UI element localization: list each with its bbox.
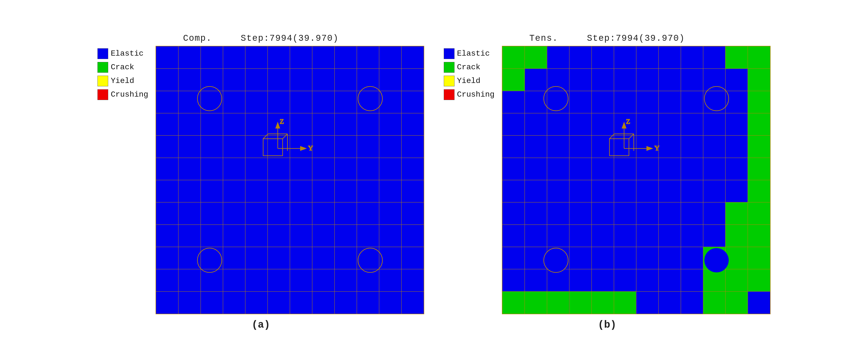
svg-marker-30 bbox=[300, 146, 307, 151]
svg-point-25 bbox=[358, 248, 382, 272]
legend-box-elastic-b bbox=[444, 48, 455, 59]
panel-a-label: (a) bbox=[252, 319, 270, 331]
svg-rect-48 bbox=[725, 202, 748, 225]
legend-box-elastic-a bbox=[97, 48, 108, 59]
svg-rect-45 bbox=[748, 158, 770, 180]
svg-rect-51 bbox=[524, 291, 569, 314]
grid-b: Z Y bbox=[502, 46, 771, 314]
legend-label-crack-b: Crack bbox=[457, 63, 480, 72]
legend-item-elastic-a: Elastic bbox=[97, 48, 148, 59]
svg-line-34 bbox=[283, 134, 287, 139]
legend-item-yield-a: Yield bbox=[97, 76, 148, 86]
legend-item-crushing-b: Crushing bbox=[444, 89, 495, 100]
legend-item-elastic-b: Elastic bbox=[444, 48, 495, 59]
legend-item-crack-a: Crack bbox=[97, 62, 148, 73]
legend-label-crushing-b: Crushing bbox=[457, 90, 495, 99]
svg-point-24 bbox=[197, 248, 222, 272]
legend-box-crushing-b bbox=[444, 89, 455, 100]
legend-label-elastic-a: Elastic bbox=[111, 49, 143, 58]
legend-label-yield-a: Yield bbox=[111, 76, 134, 86]
svg-rect-55 bbox=[703, 269, 725, 291]
svg-rect-52 bbox=[569, 291, 592, 314]
svg-rect-47 bbox=[748, 180, 770, 291]
main-container: Comp. Step:7994(39.970) Elastic Crack Yi… bbox=[0, 24, 868, 340]
svg-point-23 bbox=[358, 86, 382, 111]
legend-box-crushing-a bbox=[97, 89, 108, 100]
svg-text:Z: Z bbox=[626, 117, 630, 125]
svg-text:Z: Z bbox=[280, 117, 284, 125]
svg-rect-50 bbox=[502, 291, 525, 314]
legend-a: Elastic Crack Yield Crushing bbox=[97, 48, 148, 314]
legend-item-yield-b: Yield bbox=[444, 76, 495, 86]
legend-label-crushing-a: Crushing bbox=[111, 90, 148, 99]
svg-rect-32 bbox=[263, 139, 283, 156]
grid-svg-a: Z Y bbox=[156, 46, 424, 314]
svg-point-82 bbox=[704, 248, 729, 272]
legend-box-yield-b bbox=[444, 76, 455, 86]
svg-point-22 bbox=[197, 86, 222, 111]
svg-rect-46 bbox=[725, 46, 748, 69]
svg-rect-49 bbox=[725, 225, 748, 291]
legend-box-yield-a bbox=[97, 76, 108, 86]
svg-marker-27 bbox=[275, 122, 280, 128]
legend-item-crack-b: Crack bbox=[444, 62, 495, 73]
diagram-area-a: Elastic Crack Yield Crushing bbox=[97, 46, 424, 314]
legend-b: Elastic Crack Yield Crushing bbox=[444, 48, 495, 314]
legend-box-crack-a bbox=[97, 62, 108, 73]
svg-line-33 bbox=[263, 134, 268, 139]
legend-label-crack-a: Crack bbox=[111, 63, 134, 72]
svg-rect-43 bbox=[748, 113, 770, 136]
grid-a: Z Y bbox=[156, 46, 424, 314]
legend-label-elastic-b: Elastic bbox=[457, 49, 490, 58]
legend-box-crack-b bbox=[444, 62, 455, 73]
legend-label-yield-b: Yield bbox=[457, 76, 480, 86]
panel-b: Tens. Step:7994(39.970) Elastic Crack Yi… bbox=[444, 33, 771, 331]
legend-item-crushing-a: Crushing bbox=[97, 89, 148, 100]
svg-rect-44 bbox=[748, 135, 770, 158]
diagram-area-b: Elastic Crack Yield Crushing bbox=[444, 46, 771, 314]
grid-svg-b: Z Y bbox=[502, 46, 770, 314]
svg-text:Y: Y bbox=[308, 144, 313, 152]
svg-rect-42 bbox=[748, 91, 770, 113]
svg-text:Y: Y bbox=[654, 144, 659, 152]
panel-a-title: Comp. Step:7994(39.970) bbox=[183, 33, 339, 43]
panel-a: Comp. Step:7994(39.970) Elastic Crack Yi… bbox=[97, 33, 424, 331]
panel-b-label: (b) bbox=[598, 319, 616, 331]
svg-rect-53 bbox=[591, 291, 636, 314]
panel-b-title: Tens. Step:7994(39.970) bbox=[529, 33, 685, 43]
svg-point-81 bbox=[544, 248, 568, 272]
